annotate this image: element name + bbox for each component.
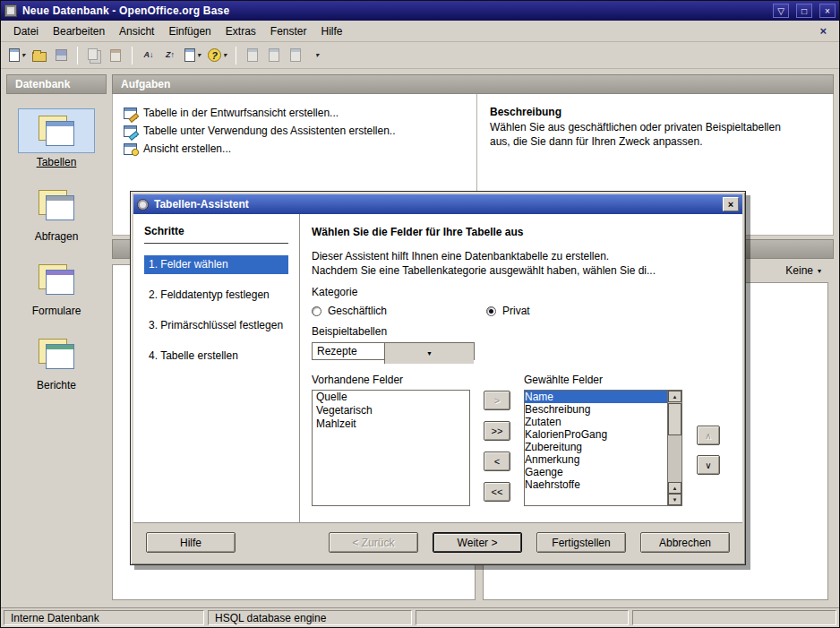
maximize-button[interactable]: □: [796, 4, 812, 18]
list-item[interactable]: Mahlzeit: [313, 417, 469, 431]
dialog-main: Schritte 1. Felder wählen 2. Felddatenty…: [133, 214, 742, 522]
list-item[interactable]: Vegetarisch: [313, 404, 469, 417]
next-button[interactable]: Weiter >: [433, 532, 522, 553]
shade-button[interactable]: ▽: [773, 4, 789, 18]
sample-tables-combobox[interactable]: Rezepte ▼: [312, 342, 475, 360]
sidebar-item-label: Berichte: [37, 379, 76, 391]
task-label: Tabelle in der Entwurfsansicht erstellen…: [143, 107, 339, 119]
scrollbar-track[interactable]: [668, 436, 681, 482]
list-item[interactable]: Anmerkung: [525, 453, 667, 466]
chevron-down-icon[interactable]: ▾: [818, 267, 821, 275]
tables-icon: [38, 116, 75, 146]
dialog-close-button[interactable]: ×: [723, 197, 739, 211]
list-item[interactable]: Quelle: [313, 391, 469, 404]
menu-extras[interactable]: Extras: [219, 22, 263, 40]
copy-button[interactable]: [84, 45, 104, 66]
task-create-design-view[interactable]: Tabelle in der Entwurfsansicht erstellen…: [124, 107, 466, 119]
add-field-button[interactable]: >: [484, 391, 510, 410]
save-button[interactable]: [51, 45, 71, 66]
paste-icon: [110, 49, 121, 62]
sidebar-item-formulare[interactable]: Formulare: [6, 257, 107, 317]
list-item[interactable]: KalorienProGang: [525, 428, 667, 441]
report-button[interactable]: [264, 45, 284, 66]
help-button[interactable]: ? ▾: [205, 45, 229, 66]
task-create-view[interactable]: Ansicht erstellen...: [124, 142, 466, 155]
menu-einfuegen[interactable]: Einfügen: [161, 22, 218, 40]
toolbar-overflow-button[interactable]: ▾: [307, 45, 327, 66]
sort-ascending-button[interactable]: A↓: [139, 45, 159, 66]
sidebar-item-label: Tabellen: [37, 156, 77, 168]
menu-bearbeiten[interactable]: Bearbeiten: [46, 22, 112, 40]
move-down-button[interactable]: ∨: [697, 455, 720, 475]
move-up-button[interactable]: ∧: [697, 426, 720, 445]
sidebar-item-abfragen[interactable]: Abfragen: [6, 183, 107, 243]
table-design-button[interactable]: ▾: [182, 45, 203, 66]
radio-privat[interactable]: Privat: [486, 305, 661, 317]
new-document-button[interactable]: ▾: [6, 45, 28, 66]
sidebar-item-berichte[interactable]: Berichte: [6, 331, 107, 391]
open-button[interactable]: [30, 45, 49, 66]
dialog-content: Wählen Sie die Felder für Ihre Tabelle a…: [300, 214, 742, 522]
document-close-icon[interactable]: ×: [812, 24, 834, 38]
tasks-header: Aufgaben: [112, 74, 834, 94]
step-3-primaerschluessel[interactable]: 3. Primärschlüssel festlegen: [144, 316, 288, 335]
scrollbar-thumb[interactable]: [668, 403, 681, 435]
list-item[interactable]: Zubereitung: [525, 441, 667, 453]
menu-ansicht[interactable]: Ansicht: [112, 22, 161, 40]
paste-button[interactable]: [106, 45, 125, 66]
task-create-wizard[interactable]: Tabelle unter Verwendung des Assistenten…: [124, 125, 466, 137]
finish-button[interactable]: Fertigstellen: [536, 532, 626, 553]
sidebar-header: Datenbank: [6, 74, 107, 94]
menu-fenster[interactable]: Fenster: [263, 22, 314, 40]
sidebar-item-tabellen[interactable]: Tabellen: [6, 108, 107, 168]
list-item[interactable]: Gaenge: [525, 466, 667, 478]
help-icon: ?: [208, 48, 221, 62]
add-all-fields-button[interactable]: >>: [484, 421, 510, 441]
scroll-down-icon[interactable]: ▼: [668, 494, 681, 505]
list-item[interactable]: Beschreibung: [525, 403, 667, 416]
remove-field-button[interactable]: <: [484, 452, 510, 471]
sort-descending-button[interactable]: Z↑: [160, 45, 180, 66]
help-button[interactable]: Hilfe: [146, 532, 236, 553]
available-fields-list[interactable]: Quelle Vegetarisch Mahlzeit: [312, 390, 470, 506]
menu-hilfe[interactable]: Hilfe: [314, 22, 350, 40]
list-item[interactable]: Zutaten: [525, 416, 667, 428]
step-2-felddatentyp[interactable]: 2. Felddatentyp festlegen: [144, 286, 288, 305]
dialog-titlebar[interactable]: Tabellen-Assistent ×: [133, 194, 742, 214]
radio-geschaeftlich[interactable]: Geschäftlich: [312, 305, 486, 317]
scroll-up-icon[interactable]: ▲: [668, 482, 681, 494]
scroll-up-icon[interactable]: ▲: [668, 391, 681, 402]
table-wizard-dialog: Tabellen-Assistent × Schritte 1. Felder …: [130, 191, 746, 565]
window-title: Neue Datenbank - OpenOffice.org Base: [22, 4, 766, 17]
statusbar: Interne Datenbank HSQL database engine: [1, 607, 839, 627]
preview-dropdown[interactable]: Keine: [785, 264, 813, 277]
cancel-button[interactable]: Abbrechen: [640, 532, 730, 553]
statusbar-cell: [632, 610, 836, 625]
combobox-dropdown-button[interactable]: ▼: [384, 343, 474, 364]
back-button[interactable]: < Zurück: [329, 532, 418, 553]
list-item[interactable]: Naehrstoffe: [525, 478, 667, 491]
move-buttons: ∧ ∨: [697, 374, 720, 475]
list-item-selected[interactable]: Name: [525, 391, 667, 403]
category-label: Kategorie: [312, 286, 728, 298]
dialog-button-bar: Hilfe < Zurück Weiter > Fertigstellen Ab…: [133, 522, 742, 562]
remove-all-fields-button[interactable]: <<: [484, 482, 510, 502]
query-icon: [290, 48, 301, 62]
chevron-down-icon: ▼: [426, 350, 433, 357]
close-button[interactable]: ×: [819, 4, 836, 18]
sidebar-item-label: Formulare: [32, 305, 81, 317]
dialog-title: Tabellen-Assistent: [154, 198, 717, 211]
step-1-felder-waehlen[interactable]: 1. Felder wählen: [144, 255, 288, 274]
selected-fields-column: Gewählte Felder Name Beschreibung Zutate…: [524, 374, 682, 506]
chevron-down-icon: ▾: [223, 52, 227, 59]
menu-datei[interactable]: Datei: [6, 22, 46, 40]
form-button[interactable]: [243, 45, 262, 66]
table-wizard-icon: [124, 125, 137, 137]
available-fields-label: Vorhandene Felder: [312, 374, 470, 390]
step-4-tabelle-erstellen[interactable]: 4. Tabelle erstellen: [144, 347, 288, 366]
application-window: Neue Datenbank - OpenOffice.org Base ▽ □…: [0, 0, 840, 628]
scrollbar[interactable]: ▲ ▲ ▼: [668, 390, 682, 506]
query-button[interactable]: [286, 45, 305, 66]
selected-fields-list[interactable]: Name Beschreibung Zutaten KalorienProGan…: [524, 390, 668, 506]
menubar: Datei Bearbeiten Ansicht Einfügen Extras…: [1, 21, 839, 42]
